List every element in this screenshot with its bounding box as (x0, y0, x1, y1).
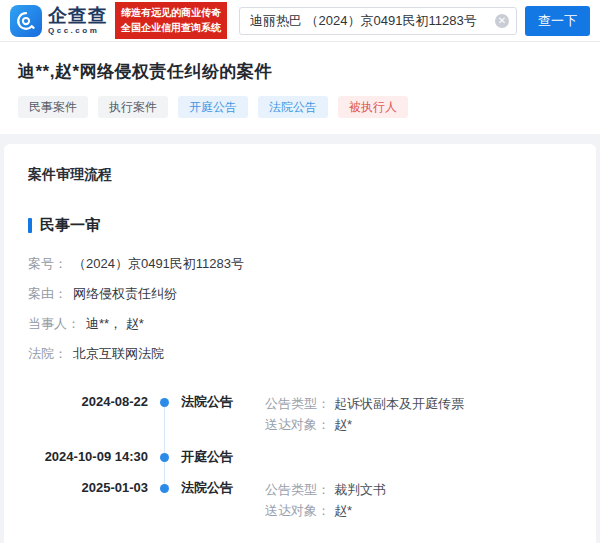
tag-court-announcement: 法院公告 (258, 96, 328, 118)
field-cause-of-action: 案由：网络侵权责任纠纷 (28, 279, 572, 309)
search-box: ✕ (239, 7, 517, 35)
timeline-date: 2024-08-22 (28, 393, 148, 411)
detail-announcement-type: 公告类型：起诉状副本及开庭传票 (265, 393, 464, 414)
qcc-logo-icon[interactable] (10, 5, 42, 37)
logo-domain: Qcc.com (48, 27, 108, 35)
section-title-case-process: 案件审理流程 (28, 166, 572, 184)
timeline-dot-col (148, 479, 181, 493)
detail-label: 送达对象： (265, 417, 330, 432)
detail-label: 公告类型： (265, 482, 330, 497)
timeline-item-court-announcement-1: 2024-08-22 法院公告 公告类型：起诉状副本及开庭传票 送达对象：赵* (28, 393, 572, 435)
timeline-details: 公告类型：裁判文书 送达对象：赵* (265, 479, 386, 521)
slogan-line1: 缔造有远见的商业传奇 (121, 6, 221, 21)
detail-value: 赵* (334, 503, 352, 518)
tag-enforcement-case: 执行案件 (98, 96, 168, 118)
tag-person-subject-to-enforcement: 被执行人 (338, 96, 408, 118)
field-value: 网络侵权责任纠纷 (73, 286, 177, 301)
case-title-section: 迪**,赵*网络侵权责任纠纷的案件 民事案件 执行案件 开庭公告 法院公告 被执… (0, 42, 600, 134)
case-tags: 民事案件 执行案件 开庭公告 法院公告 被执行人 (18, 96, 582, 118)
timeline-item-court-announcement-2: 2025-01-03 法院公告 公告类型：裁判文书 送达对象：赵* (28, 479, 572, 521)
search-input[interactable] (239, 7, 517, 35)
field-value: （2024）京0491民初11283号 (73, 256, 244, 271)
timeline-dot-icon (160, 484, 169, 493)
detail-label: 送达对象： (265, 503, 330, 518)
detail-value: 起诉状副本及开庭传票 (334, 396, 464, 411)
timeline-item-hearing-announcement: 2024-10-09 14:30 开庭公告 (28, 448, 572, 466)
field-label: 法院： (28, 346, 67, 361)
slogan-line2: 全国企业信用查询系统 (121, 21, 221, 36)
qcc-logo-text[interactable]: 企查查 Qcc.com (48, 6, 108, 35)
page-title: 迪**,赵*网络侵权责任纠纷的案件 (18, 60, 582, 83)
search-button[interactable]: 查一下 (525, 6, 590, 36)
qcc-swirl-icon (15, 10, 37, 32)
detail-announcement-type: 公告类型：裁判文书 (265, 479, 386, 500)
field-case-number: 案号：（2024）京0491民初11283号 (28, 249, 572, 279)
detail-value: 赵* (334, 417, 352, 432)
detail-service-target: 送达对象：赵* (265, 500, 386, 521)
timeline-dot-icon (160, 398, 169, 407)
timeline-connector-line (164, 404, 165, 485)
field-label: 案号： (28, 256, 67, 271)
tag-civil-case: 民事案件 (18, 96, 88, 118)
subsection-civil-first-trial: 民事一审 (28, 216, 572, 235)
field-value: 北京互联网法院 (73, 346, 164, 361)
detail-value: 裁判文书 (334, 482, 386, 497)
field-label: 当事人： (28, 316, 80, 331)
field-court: 法院：北京互联网法院 (28, 339, 572, 369)
timeline-date: 2024-10-09 14:30 (28, 448, 148, 466)
civil-trial-fields: 案号：（2024）京0491民初11283号 案由：网络侵权责任纠纷 当事人：迪… (28, 249, 572, 369)
timeline-date: 2025-01-03 (28, 479, 148, 497)
field-parties: 当事人：迪**， 赵* (28, 309, 572, 339)
detail-service-target: 送达对象：赵* (265, 414, 464, 435)
top-header: 企查查 Qcc.com 缔造有远见的商业传奇 全国企业信用查询系统 ✕ 查一下 (0, 0, 600, 42)
brand-slogan-banner: 缔造有远见的商业传奇 全国企业信用查询系统 (115, 2, 227, 39)
timeline-event-label: 法院公告 (181, 479, 265, 497)
tag-hearing-announcement: 开庭公告 (178, 96, 248, 118)
field-label: 案由： (28, 286, 67, 301)
clear-search-icon[interactable]: ✕ (495, 14, 509, 28)
blue-bar-icon (28, 218, 32, 233)
timeline-dot-col (148, 448, 181, 462)
case-process-card: 案件审理流程 民事一审 案号：（2024）京0491民初11283号 案由：网络… (4, 144, 596, 543)
civil-trial-heading: 民事一审 (40, 216, 100, 235)
field-value: 迪**， 赵* (86, 316, 144, 331)
timeline-event-label: 开庭公告 (181, 448, 265, 466)
logo-name: 企查查 (48, 6, 108, 25)
detail-label: 公告类型： (265, 396, 330, 411)
timeline-dot-icon (160, 453, 169, 462)
timeline-details: 公告类型：起诉状副本及开庭传票 送达对象：赵* (265, 393, 464, 435)
timeline-dot-col (148, 393, 181, 407)
timeline-event-label: 法院公告 (181, 393, 265, 411)
case-timeline: 2024-08-22 法院公告 公告类型：起诉状副本及开庭传票 送达对象：赵* … (28, 393, 572, 521)
